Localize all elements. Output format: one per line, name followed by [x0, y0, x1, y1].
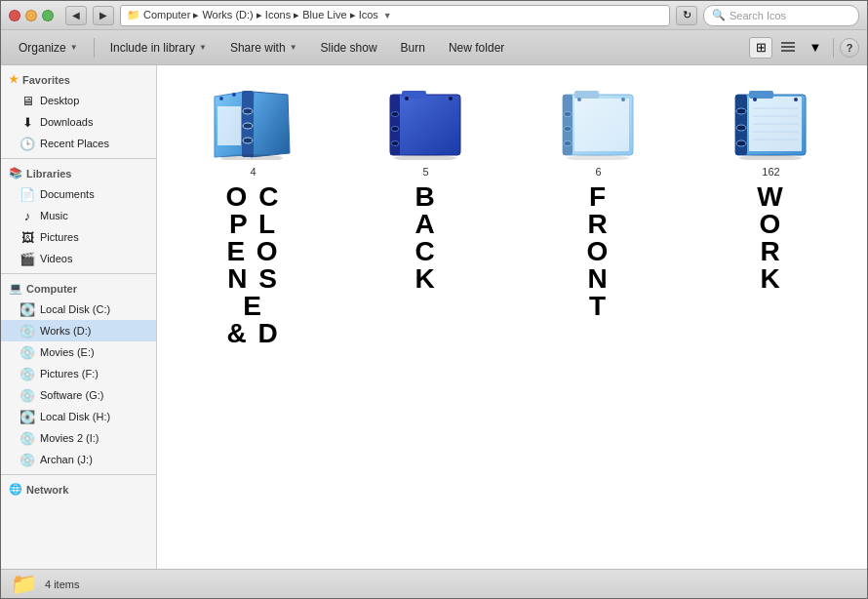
svg-point-34 [736, 108, 746, 114]
include-library-arrow: ▼ [199, 43, 207, 52]
libraries-header: 📚 Libraries [1, 163, 156, 183]
sidebar-item-works-d[interactable]: 💿 Works (D:) [1, 320, 156, 341]
organize-label: Organize [19, 41, 66, 55]
folder-back-svg [382, 87, 470, 160]
svg-point-17 [391, 140, 399, 145]
slideshow-button[interactable]: Slide show [311, 35, 387, 60]
list-item[interactable]: 5 B A C K [344, 80, 507, 351]
item-number-4: 162 [762, 166, 779, 178]
sidebar-item-localdisk-c[interactable]: 💽 Local Disk (C:) [1, 299, 156, 320]
back-button[interactable]: ◀ [65, 6, 87, 25]
sidebar-item-localdisk-h[interactable]: 💽 Local Disk (H:) [1, 406, 156, 427]
svg-point-44 [753, 98, 757, 101]
svg-point-11 [232, 93, 236, 97]
desktop-icon: 🖥 [20, 94, 34, 107]
svg-rect-0 [781, 42, 795, 44]
sidebar-item-downloads[interactable]: ⬇ Downloads [1, 111, 156, 133]
sidebar-item-software-g[interactable]: 💿 Software (G:) [1, 384, 156, 406]
svg-rect-2 [781, 50, 795, 52]
favorites-star-icon: ★ [9, 73, 19, 86]
list-item[interactable]: 162 W O R K [690, 80, 852, 351]
sidebar-item-videos[interactable]: 🎬 Videos [1, 248, 156, 269]
music-icon: ♪ [20, 209, 34, 222]
sidebar-item-pictures[interactable]: 🖼 Pictures [1, 226, 156, 248]
svg-point-6 [243, 108, 253, 114]
status-folder-icon: 📁 [11, 572, 37, 597]
svg-point-25 [564, 126, 572, 131]
toolbar-separator-2 [833, 38, 834, 58]
favorites-header: ★ Favorites [1, 69, 156, 90]
status-count: 4 items [45, 579, 79, 590]
item-label-3: F R O N T [587, 183, 611, 320]
new-folder-button[interactable]: New folder [439, 35, 514, 60]
maximize-button[interactable] [42, 10, 54, 21]
search-placeholder: Search Icos [730, 10, 786, 21]
svg-point-35 [736, 125, 746, 131]
view-details-button[interactable] [776, 37, 800, 59]
list-item[interactable]: 6 F R O N T [517, 80, 680, 351]
svg-point-7 [243, 123, 253, 129]
organize-arrow: ▼ [70, 43, 78, 52]
sidebar-item-documents[interactable]: 📄 Documents [1, 183, 156, 205]
view-toggle-button[interactable]: ▼ [804, 37, 827, 59]
downloads-icon: ⬇ [20, 115, 34, 129]
search-box[interactable]: 🔍 Search Icos [703, 5, 859, 26]
svg-rect-28 [574, 91, 599, 99]
slideshow-label: Slide show [321, 41, 377, 55]
sidebar-item-movies-e[interactable]: 💿 Movies (E:) [1, 341, 156, 363]
svg-point-31 [567, 155, 629, 160]
computer-header: 💻 Computer [1, 278, 156, 299]
title-bar: ◀ ▶ 📁 Computer ▸ Works (D:) ▸ Icons ▸ Bl… [1, 1, 867, 30]
folder-front-svg [555, 87, 643, 160]
status-bar: 📁 4 items [1, 569, 867, 598]
breadcrumb-text: Computer ▸ Works (D:) ▸ Icons ▸ Blue Liv… [143, 9, 378, 21]
toolbar-separator-1 [94, 38, 95, 58]
sidebar-divider-3 [1, 474, 156, 475]
sidebar-item-desktop[interactable]: 🖥 Desktop [1, 90, 156, 111]
network-icon: 🌐 [9, 483, 22, 496]
sidebar-item-recent[interactable]: 🕒 Recent Places [1, 133, 156, 154]
toolbar-right: ⊞ ▼ ? [749, 37, 859, 59]
main-area: ★ Favorites 🖥 Desktop ⬇ Downloads 🕒 Rece… [1, 65, 867, 569]
burn-label: Burn [401, 41, 425, 55]
svg-point-46 [739, 155, 802, 160]
organize-button[interactable]: Organize ▼ [9, 35, 88, 60]
folder-open-svg [210, 87, 297, 160]
item-number-3: 6 [595, 166, 601, 178]
folder-icon-open [205, 84, 302, 162]
svg-point-15 [391, 111, 399, 116]
svg-point-29 [577, 98, 581, 101]
breadcrumb[interactable]: 📁 Computer ▸ Works (D:) ▸ Icons ▸ Blue L… [120, 5, 670, 26]
svg-point-20 [449, 97, 453, 100]
items-grid: 4 O C P L E O N S E & D [167, 75, 857, 356]
computer-icon: 💻 [9, 282, 22, 295]
folder-work-svg [728, 87, 815, 160]
list-item[interactable]: 4 O C P L E O N S E & D [172, 80, 335, 351]
item-label-1: O C P L E O N S E & D [226, 183, 281, 347]
share-with-button[interactable]: Share with ▼ [220, 35, 307, 60]
localdisk-h-icon: 💽 [20, 410, 34, 423]
forward-button[interactable]: ▶ [93, 6, 114, 25]
burn-button[interactable]: Burn [391, 35, 435, 60]
libraries-icon: 📚 [9, 167, 22, 180]
refresh-button[interactable]: ↻ [676, 6, 697, 25]
help-button[interactable]: ? [840, 38, 859, 58]
share-with-arrow: ▼ [290, 43, 297, 52]
close-button[interactable] [9, 10, 20, 21]
include-library-button[interactable]: Include in library ▼ [100, 35, 217, 60]
sidebar-item-archan-j[interactable]: 💿 Archan (J:) [1, 449, 156, 470]
svg-point-24 [564, 111, 572, 116]
sidebar-item-music[interactable]: ♪ Music [1, 205, 156, 226]
view-large-icons-button[interactable]: ⊞ [749, 37, 772, 59]
svg-point-36 [736, 140, 746, 146]
folder-icon: 📁 [127, 9, 140, 21]
sidebar-item-pictures-f[interactable]: 💿 Pictures (F:) [1, 363, 156, 384]
software-g-icon: 💿 [20, 388, 34, 402]
svg-marker-4 [251, 92, 290, 157]
breadcrumb-dropdown[interactable]: ▼ [383, 11, 392, 20]
folder-icon-front [550, 84, 648, 162]
svg-point-19 [405, 97, 409, 100]
search-icon: 🔍 [712, 9, 726, 21]
minimize-button[interactable] [25, 10, 37, 21]
sidebar-item-movies2-i[interactable]: 💿 Movies 2 (I:) [1, 427, 156, 449]
